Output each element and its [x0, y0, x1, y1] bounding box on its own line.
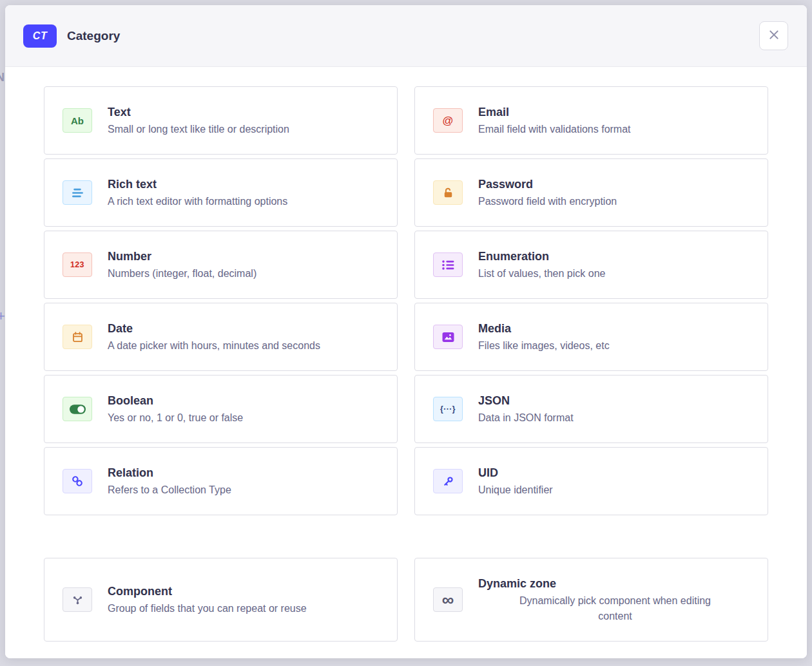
json-icon-glyph: {···}: [440, 405, 456, 413]
field-card-text: Rich textA rich text editor with formatt…: [108, 176, 382, 209]
field-card-text: EnumerationList of values, then pick one: [478, 248, 752, 281]
dynamic-zone-icon-glyph: ∞: [442, 593, 454, 607]
field-description: Unique identifier: [478, 482, 752, 498]
field-card-text: RelationRefers to a Collection Type: [108, 464, 382, 498]
uid-icon: [433, 469, 463, 493]
field-title: Relation: [108, 464, 382, 481]
field-card-text[interactable]: AbTextSmall or long text like title or d…: [44, 86, 398, 155]
text-icon-glyph: Ab: [71, 116, 84, 126]
field-card-text: Dynamic zoneDynamically pick component w…: [478, 575, 752, 624]
field-title: Media: [478, 320, 752, 337]
field-card-text: ComponentGroup of fields that you can re…: [108, 583, 382, 616]
field-title: JSON: [478, 392, 752, 409]
field-card-text: BooleanYes or no, 1 or 0, true or false: [108, 392, 382, 426]
close-icon: [768, 29, 780, 43]
relation-icon: [63, 469, 92, 493]
password-icon: [433, 180, 463, 205]
field-card-text: UIDUnique identifier: [478, 464, 752, 498]
json-icon: {···}: [433, 397, 463, 421]
field-card-text: MediaFiles like images, videos, etc: [478, 320, 752, 354]
date-icon: [63, 325, 92, 349]
content-type-badge: CT: [23, 24, 57, 48]
field-card-password[interactable]: PasswordPassword field with encryption: [414, 158, 768, 227]
field-title: Dynamic zone: [478, 575, 752, 592]
close-button[interactable]: [759, 21, 788, 50]
email-icon-glyph: @: [442, 115, 453, 126]
field-description: Group of fields that you can repeat or r…: [108, 601, 382, 616]
background-plus-fragment: +: [0, 308, 5, 325]
text-icon: Ab: [63, 108, 92, 133]
background-text-fragment: N: [0, 71, 5, 84]
field-card-email[interactable]: @EmailEmail field with validations forma…: [414, 86, 768, 155]
special-field-type-grid: ComponentGroup of fields that you can re…: [44, 558, 768, 642]
field-card-text: NumberNumbers (integer, float, decimal): [108, 248, 382, 281]
rich-text-icon: [63, 180, 92, 205]
field-title: Email: [478, 104, 752, 120]
number-icon: 123: [63, 252, 92, 277]
field-type-picker-modal: CT Category AbTextSmall or long text lik…: [5, 5, 807, 658]
field-description: Numbers (integer, float, decimal): [108, 266, 382, 281]
field-card-text: TextSmall or long text like title or des…: [108, 104, 382, 137]
field-card-media[interactable]: MediaFiles like images, videos, etc: [414, 303, 768, 371]
field-title: Number: [108, 248, 382, 265]
email-icon: @: [433, 108, 463, 133]
field-description: Files like images, videos, etc: [478, 338, 752, 354]
field-title: UID: [478, 464, 752, 481]
field-description: Dynamically pick component when editing …: [506, 593, 725, 624]
field-card-date[interactable]: DateA date picker with hours, minutes an…: [44, 303, 398, 371]
number-icon-glyph: 123: [70, 261, 84, 269]
enumeration-icon: [433, 252, 463, 277]
field-card-number[interactable]: 123NumberNumbers (integer, float, decima…: [44, 231, 398, 299]
field-description: A rich text editor with formatting optio…: [108, 194, 382, 209]
field-type-grid: AbTextSmall or long text like title or d…: [44, 86, 768, 515]
field-title: Component: [108, 583, 382, 600]
dynamic-zone-icon: ∞: [433, 587, 463, 612]
boolean-icon: [63, 397, 92, 421]
field-description: Email field with validations format: [478, 122, 752, 137]
field-card-text: JSONData in JSON format: [478, 392, 752, 426]
field-description: Yes or no, 1 or 0, true or false: [108, 410, 382, 426]
field-card-text: PasswordPassword field with encryption: [478, 176, 752, 209]
field-description: Data in JSON format: [478, 410, 752, 426]
field-card-component[interactable]: ComponentGroup of fields that you can re…: [44, 558, 398, 642]
component-icon: [63, 587, 92, 612]
field-card-enumeration[interactable]: EnumerationList of values, then pick one: [414, 231, 768, 299]
field-description: Small or long text like title or descrip…: [108, 122, 382, 137]
modal-header: CT Category: [5, 5, 807, 67]
field-description: Password field with encryption: [478, 194, 752, 209]
field-card-text: EmailEmail field with validations format: [478, 104, 752, 137]
field-description: Refers to a Collection Type: [108, 482, 382, 498]
field-title: Rich text: [108, 176, 382, 193]
field-title: Date: [108, 320, 382, 337]
screen: N + CT Category AbTextSmall or long text…: [0, 0, 812, 666]
field-card-uid[interactable]: UIDUnique identifier: [414, 447, 768, 515]
modal-body: AbTextSmall or long text like title or d…: [5, 67, 807, 658]
field-title: Password: [478, 176, 752, 193]
modal-title: Category: [67, 29, 120, 43]
field-card-boolean[interactable]: BooleanYes or no, 1 or 0, true or false: [44, 375, 398, 443]
field-card-relation[interactable]: RelationRefers to a Collection Type: [44, 447, 398, 515]
media-icon: [433, 325, 463, 349]
field-card-text: DateA date picker with hours, minutes an…: [108, 320, 382, 354]
field-card-rich-text[interactable]: Rich textA rich text editor with formatt…: [44, 158, 398, 227]
field-card-json[interactable]: {···}JSONData in JSON format: [414, 375, 768, 443]
field-title: Text: [108, 104, 382, 120]
field-description: A date picker with hours, minutes and se…: [108, 338, 382, 354]
field-description: List of values, then pick one: [478, 266, 752, 281]
field-title: Boolean: [108, 392, 382, 409]
field-card-dynamic-zone[interactable]: ∞Dynamic zoneDynamically pick component …: [414, 558, 768, 642]
field-title: Enumeration: [478, 248, 752, 265]
